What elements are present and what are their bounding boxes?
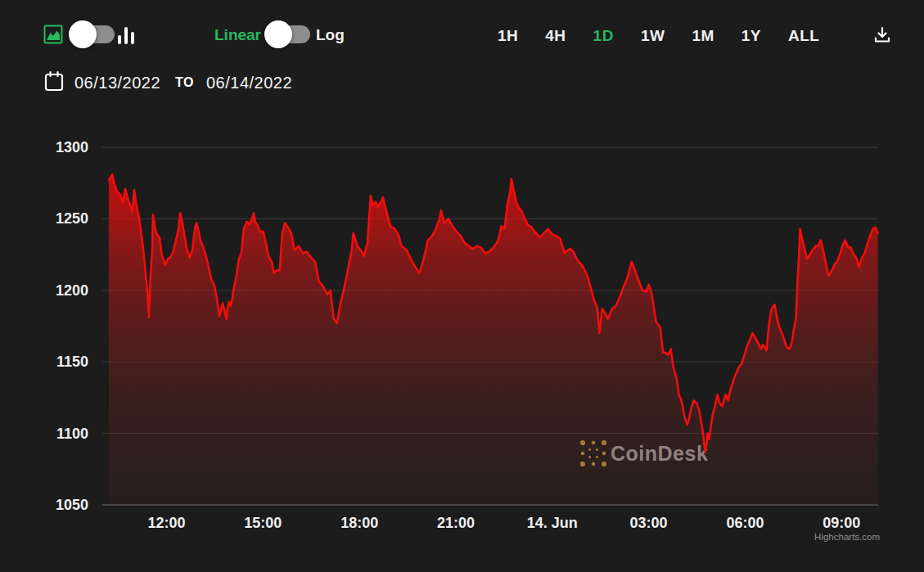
x-tick-label: 14. Jun	[527, 515, 578, 531]
x-tick-label: 12:00	[148, 515, 186, 531]
x-tick-label: 18:00	[340, 515, 378, 531]
x-tick-label: 09:00	[823, 515, 860, 531]
x-tick-label: 06:00	[726, 515, 764, 531]
x-tick-label: 15:00	[244, 515, 282, 531]
chart-plot-area[interactable]	[102, 147, 878, 505]
y-tick-label: 1300	[56, 139, 88, 155]
x-tick-label: 03:00	[630, 515, 668, 531]
coindesk-price-chart-app: Linear Log 1H4H1D1W1M1YALL 06/13/2022 TO…	[0, 0, 924, 572]
y-tick-label: 1250	[56, 210, 88, 227]
y-tick-label: 1200	[56, 282, 88, 299]
y-tick-label: 1050	[56, 497, 88, 513]
y-tick-label: 1150	[56, 354, 88, 370]
highcharts-credit[interactable]: Highcharts.com	[814, 532, 880, 542]
x-tick-label: 21:00	[437, 515, 475, 531]
y-tick-label: 1100	[56, 426, 88, 442]
